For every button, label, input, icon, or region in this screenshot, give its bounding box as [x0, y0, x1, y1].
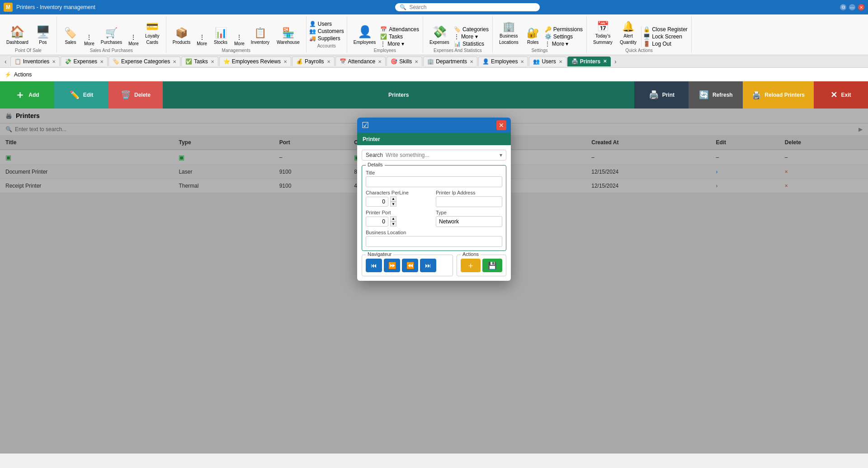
tab-expense-categories-close[interactable]: ✕: [173, 59, 176, 64]
ribbon-purchases[interactable]: 🛒 Purchases: [98, 25, 125, 47]
tab-departments[interactable]: 🏢 Departments ✕: [423, 57, 477, 66]
printers-button[interactable]: Printers: [163, 81, 634, 109]
ribbon-close-register[interactable]: 🔒 Close Register: [643, 26, 688, 33]
modal-location-select[interactable]: [366, 236, 502, 247]
tab-payrolls-close[interactable]: ✕: [327, 59, 330, 64]
alert-quantity-label: Alert: [623, 33, 633, 39]
ribbon-today-summary[interactable]: 📅 Today's Summary: [590, 19, 615, 47]
ribbon-tasks[interactable]: ✅ Tasks: [380, 33, 419, 40]
modal-search[interactable]: Search ▾: [362, 150, 506, 161]
modal-title-input[interactable]: [366, 176, 502, 187]
tab-employees-close[interactable]: ✕: [520, 59, 524, 64]
tab-prev[interactable]: ‹: [2, 57, 9, 66]
ribbon-pos[interactable]: 🖥️ Pos: [33, 23, 53, 47]
modal-port-down[interactable]: ▼: [390, 222, 396, 227]
ribbon-log-out[interactable]: 🚪 Log Out: [643, 41, 688, 47]
reload-button[interactable]: 🖨️ Reload Printers: [743, 81, 814, 109]
ribbon-inventory[interactable]: 📋 Inventory: [248, 25, 272, 47]
nav-last-button[interactable]: ⏭: [420, 259, 436, 272]
tab-departments-close[interactable]: ✕: [470, 59, 473, 64]
search-input[interactable]: [409, 4, 535, 10]
tab-printers-close[interactable]: ✕: [603, 59, 607, 64]
tab-payrolls[interactable]: 💰 Payrolls ✕: [292, 57, 335, 66]
ribbon-settings-more[interactable]: ⋮ More ▾: [545, 41, 583, 47]
ribbon-sales-more[interactable]: ⋮ More: [82, 33, 96, 47]
nav-next-button[interactable]: ⏩: [384, 259, 400, 272]
modal-chars-down[interactable]: ▼: [390, 202, 396, 207]
ribbon-stocks-more[interactable]: ⋮ More: [232, 33, 246, 47]
ribbon-customers[interactable]: 👥 Customers: [309, 28, 344, 34]
ribbon-statistics[interactable]: 📊 Statistics: [454, 41, 489, 47]
ribbon-settings[interactable]: ⚙️ Settings: [545, 33, 583, 40]
tab-employees-reviews[interactable]: ⭐ Employees Reviews ✕: [219, 57, 291, 66]
tab-inventories-close[interactable]: ✕: [52, 59, 56, 64]
tab-skills-close[interactable]: ✕: [415, 59, 418, 64]
ribbon-products[interactable]: 📦 Products: [170, 25, 193, 47]
modal-chars-spinner[interactable]: ▲ ▼: [390, 196, 396, 207]
modal-ip-input[interactable]: [436, 196, 502, 207]
ribbon-suppliers[interactable]: 🚚 Suppliers: [309, 35, 344, 42]
tab-expenses-close[interactable]: ✕: [100, 59, 104, 64]
ribbon-attendances[interactable]: 📅 Attendances: [380, 26, 419, 33]
tab-next[interactable]: ›: [612, 57, 619, 66]
refresh-button[interactable]: 🔄 Refresh: [689, 81, 743, 109]
modal-close-button[interactable]: ✕: [496, 120, 506, 130]
tab-printers[interactable]: 🖨️ Printers ✕: [567, 57, 611, 66]
ribbon-roles[interactable]: 🔐 Roles: [523, 25, 543, 47]
modal-save-button[interactable]: 💾: [482, 259, 502, 272]
actions-icon: ⚡: [5, 71, 11, 78]
ribbon-business-locations[interactable]: 🏢 Business Locations: [496, 19, 521, 47]
exit-button[interactable]: ✕ Exit: [814, 81, 868, 109]
tab-skills[interactable]: 🎯 Skills ✕: [387, 57, 422, 66]
tab-expense-categories[interactable]: 🏷️ Expense Categories ✕: [108, 57, 180, 66]
ribbon-expenses-main[interactable]: 💸 Expenses: [427, 23, 452, 47]
edit-button[interactable]: ✏️ Edit: [54, 81, 108, 109]
tab-tasks-close[interactable]: ✕: [211, 59, 214, 64]
ribbon-lock-screen[interactable]: 🖥️ Lock Screen: [643, 33, 688, 40]
ribbon-warehouse[interactable]: 🏪 Warehouse: [274, 25, 302, 47]
ribbon-expenses-more[interactable]: ⋮ More ▾: [454, 33, 489, 40]
tab-attendance-close[interactable]: ✕: [378, 59, 382, 64]
add-button[interactable]: ＋ Add: [0, 81, 54, 109]
ribbon-users[interactable]: 👤 Users: [309, 21, 344, 27]
window-minimize[interactable]: —: [849, 4, 855, 10]
window-close[interactable]: ✕: [858, 4, 864, 10]
ribbon-sales[interactable]: 🏷️ Sales: [61, 25, 80, 47]
ribbon-employees-more[interactable]: ⋮ More ▾: [380, 41, 419, 47]
modal-port-label: Printer Port: [366, 210, 432, 215]
delete-button[interactable]: 🗑️ Delete: [108, 81, 163, 109]
ribbon-purchases-more[interactable]: ⋮ More: [127, 33, 141, 47]
ribbon-dashboard[interactable]: 🏠 Dashboard: [4, 23, 31, 47]
modal-port-up[interactable]: ▲: [390, 216, 396, 222]
ribbon-products-more[interactable]: ⋮ More: [195, 33, 209, 47]
ribbon-employees-main[interactable]: 👤 Employees: [351, 23, 378, 47]
modal-chars-up[interactable]: ▲: [390, 196, 396, 202]
nav-first-button[interactable]: ⏮: [366, 259, 382, 272]
modal-port-input[interactable]: [366, 217, 388, 227]
tab-expenses[interactable]: 💸 Expenses ✕: [61, 57, 108, 66]
global-search[interactable]: 🔍: [395, 3, 540, 11]
modal-search-input[interactable]: [386, 152, 497, 158]
suppliers-label: Suppliers: [318, 35, 340, 42]
warehouse-label: Warehouse: [277, 40, 300, 45]
modal-add-button[interactable]: ＋: [461, 259, 481, 272]
modal-chars-input[interactable]: [366, 197, 388, 207]
tab-attendance[interactable]: 📅 Attendance ✕: [335, 57, 386, 66]
tab-tasks[interactable]: ✅ Tasks ✕: [181, 57, 218, 66]
tab-users-close[interactable]: ✕: [559, 59, 562, 64]
tab-users[interactable]: 👥 Users ✕: [529, 57, 566, 66]
modal-port-spinner[interactable]: ▲ ▼: [390, 216, 396, 227]
modal-type-select[interactable]: Network USB Bluetooth: [436, 216, 502, 227]
tab-employees-reviews-close[interactable]: ✕: [283, 59, 287, 64]
tab-expense-categories-icon: 🏷️: [113, 58, 119, 65]
ribbon-stocks[interactable]: 📊 Stocks: [211, 25, 231, 47]
window-maximize[interactable]: ⧉: [840, 4, 846, 10]
ribbon-alert-quantity[interactable]: 🔔 Alert Quantity: [617, 19, 639, 47]
tab-inventories[interactable]: 📋 Inventories ✕: [10, 57, 60, 66]
ribbon-categories[interactable]: 🏷️ Categories: [454, 26, 489, 33]
nav-prev-button[interactable]: ⏪: [402, 259, 418, 272]
ribbon-loyalty[interactable]: 💳 Loyalty Cards: [142, 19, 162, 47]
ribbon-permissions[interactable]: 🔑 Permissions: [545, 26, 583, 33]
tab-employees[interactable]: 👤 Employees ✕: [478, 57, 528, 66]
print-button[interactable]: 🖨️ Print: [634, 81, 689, 109]
